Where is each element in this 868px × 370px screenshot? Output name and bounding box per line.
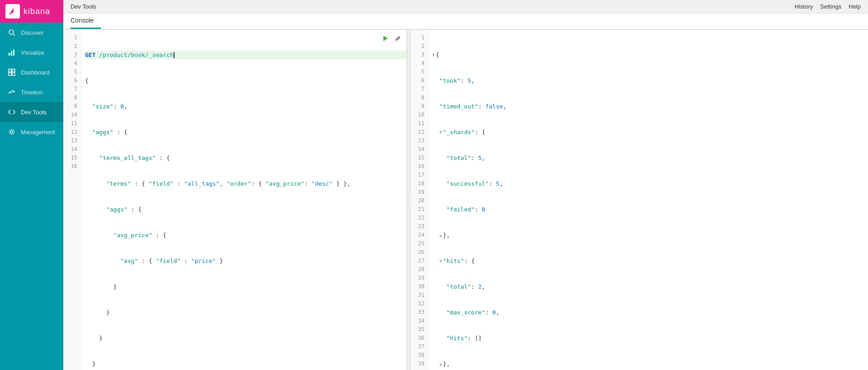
resp-line-7: "failed": 0 [432,205,868,214]
resp-line-9: ▼"hits": { [432,257,868,265]
resp-line-4: ▼"_shards": { [432,128,868,136]
resp-line-13: ▲}, [432,360,868,368]
code-line-10: } [85,282,406,291]
discover-icon [7,28,16,37]
resp-line-5: "total": 5, [432,154,868,162]
response-line-numbers: 12345 678910 1112131415 1617181920 21222… [410,30,429,370]
logo-area: kibana [0,0,63,23]
tab-console[interactable]: Console [71,13,101,29]
code-line-3: "size": 0, [85,102,406,111]
code-line-13: } [85,360,406,368]
devtools-icon [7,108,16,117]
sidebar-item-management[interactable]: Management [0,122,63,142]
timelion-icon [7,88,16,97]
sidebar-item-timelion-label: Timelion [21,89,43,96]
page-title: Dev Tools [71,3,96,10]
settings-button[interactable]: Settings [820,3,841,10]
resp-line-10: "total": 2, [432,282,868,291]
code-line-5: "terms_all_tags" : { [85,154,406,162]
help-button[interactable]: Help [849,3,861,10]
request-line-numbers: 12345 678910 1112131415 16 [63,30,81,370]
wrench-button[interactable] [393,33,403,43]
history-button[interactable]: History [795,3,813,10]
topbar: Dev Tools History Settings Help [63,0,868,14]
sidebar-item-dashboard[interactable]: Dashboard [0,62,63,82]
resp-line-1: ▼{ [432,51,868,59]
svg-line-1 [13,34,15,36]
dashboard-icon [7,68,16,77]
svg-point-0 [9,30,14,34]
console-tab-bar: Console [63,14,868,30]
code-line-6: "terms" : { "field" : "all_tags", "order… [85,179,406,188]
sidebar: kibana Discover Visualize [0,0,63,370]
run-button[interactable] [380,33,390,43]
svg-marker-10 [383,36,388,41]
code-line-7: "aggs" : { [85,205,406,214]
sidebar-item-devtools[interactable]: Dev Tools [0,102,63,122]
request-method-line: GET /product/book/_search [85,51,406,59]
sidebar-item-discover-label: Discover [21,29,44,36]
resp-line-8: ▲}, [432,231,868,239]
kibana-logo-text: kibana [24,7,50,16]
sidebar-item-discover[interactable]: Discover [0,23,63,42]
code-line-8: "avg_price" : { [85,231,406,239]
kibana-logo-icon [5,4,20,19]
response-code-content: ▼{ "took": 5, "timed_out": false, ▼"_sha… [429,30,868,370]
resp-line-11: "max_score": 0, [432,308,868,317]
sidebar-item-management-label: Management [21,129,55,136]
management-icon [7,127,16,136]
sidebar-item-visualize-label: Visualize [21,49,44,56]
svg-rect-7 [9,73,11,75]
sidebar-item-visualize[interactable]: Visualize [0,42,63,62]
svg-rect-3 [11,51,12,56]
request-code-content[interactable]: GET /product/book/_search { "size": 0, "… [81,30,406,370]
svg-rect-6 [12,69,15,72]
request-toolbar [380,33,403,43]
visualize-icon [7,48,16,57]
pane-drag-handle[interactable]: ⋮ [407,30,410,370]
svg-rect-8 [12,73,15,75]
editor-area: 12345 678910 1112131415 16 GET /product/… [63,30,868,370]
request-pane: 12345 678910 1112131415 16 GET /product/… [63,30,407,370]
sidebar-item-devtools-label: Dev Tools [21,109,47,116]
resp-line-3: "timed_out": false, [432,102,868,111]
svg-point-9 [10,131,13,133]
svg-rect-4 [13,50,14,56]
resp-line-6: "successful": 5, [432,179,868,188]
svg-rect-5 [9,69,11,72]
resp-line-12: "hits": [] [432,334,868,342]
code-line-4: "aggs" : { [85,128,406,136]
response-code-area: 12345 678910 1112131415 1617181920 21222… [410,30,868,370]
sidebar-item-timelion[interactable]: Timelion [0,82,63,102]
resp-line-2: "took": 5, [432,76,868,85]
code-line-12: } [85,334,406,342]
topbar-actions: History Settings Help [795,3,861,10]
code-line-2: { [85,76,406,85]
main-content: Dev Tools History Settings Help Console [63,0,868,370]
svg-rect-2 [9,53,10,56]
code-line-9: "avg" : { "field" : "price" } [85,257,406,265]
code-line-11: } [85,308,406,317]
sidebar-item-dashboard-label: Dashboard [21,69,50,76]
request-code-area[interactable]: 12345 678910 1112131415 16 GET /product/… [63,30,406,370]
response-pane: 12345 678910 1112131415 1617181920 21222… [410,30,868,370]
